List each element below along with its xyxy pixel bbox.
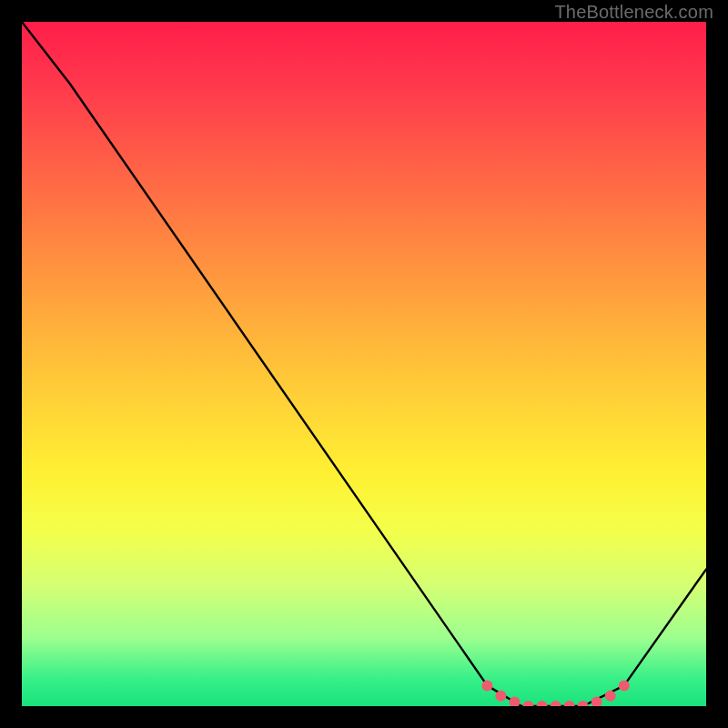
curve-marker bbox=[495, 691, 506, 702]
curve-marker bbox=[564, 701, 575, 706]
curve-marker bbox=[605, 691, 616, 702]
curve-marker bbox=[551, 701, 561, 706]
curve-marker bbox=[523, 701, 534, 706]
curve-line bbox=[22, 22, 706, 706]
curve-marker bbox=[578, 701, 589, 706]
curve-marker bbox=[537, 701, 548, 706]
watermark-text: TheBottleneck.com bbox=[554, 2, 713, 23]
marker-group bbox=[481, 680, 629, 706]
chart-frame: TheBottleneck.com bbox=[0, 0, 728, 728]
curve-marker bbox=[509, 697, 520, 707]
curve-marker bbox=[481, 680, 492, 691]
gradient-plot-area bbox=[22, 22, 706, 706]
curve-marker bbox=[619, 680, 630, 691]
curve-svg bbox=[22, 22, 706, 706]
bottleneck-curve bbox=[22, 22, 706, 706]
